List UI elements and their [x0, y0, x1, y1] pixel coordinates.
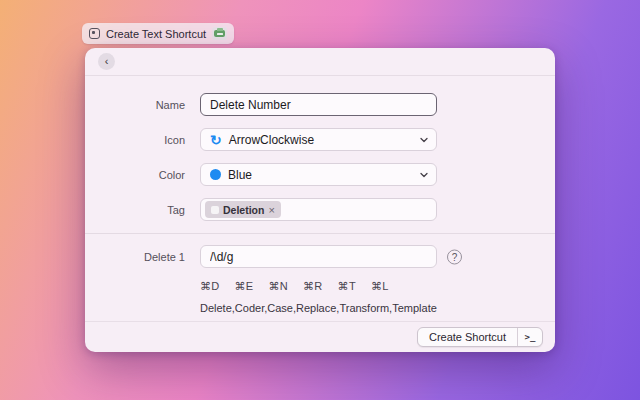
shortcut-hint: ⌘R: [303, 280, 323, 293]
blue-color-swatch: [210, 169, 221, 180]
shortcut-hint: ⌘E: [235, 280, 254, 293]
color-select[interactable]: Blue: [200, 163, 437, 186]
pattern-row: Delete 1 ?: [85, 245, 555, 268]
back-button[interactable]: ‹: [98, 53, 115, 70]
window-header: ‹: [85, 48, 555, 76]
name-row: Name: [85, 93, 555, 116]
icon-select[interactable]: ↻ ArrowClockwise: [200, 128, 437, 151]
create-shortcut-split-button: Create Shortcut >_: [417, 327, 543, 347]
icon-label: Icon: [85, 134, 200, 146]
pattern-input[interactable]: [200, 245, 437, 268]
name-label: Name: [85, 99, 200, 111]
help-button[interactable]: ?: [447, 249, 462, 264]
footer: Create Shortcut >_: [417, 327, 543, 347]
window-tab[interactable]: Create Text Shortcut: [82, 23, 234, 44]
tag-input[interactable]: Deletion ×: [200, 198, 437, 221]
shortcut-form: Name Icon ↻ ArrowClockwise Color: [85, 76, 555, 314]
tag-remove-icon[interactable]: ×: [268, 204, 274, 216]
name-input[interactable]: [200, 93, 437, 116]
icon-select-value: ArrowClockwise: [229, 133, 314, 147]
section-divider: [85, 233, 555, 234]
pattern-label: Delete 1: [85, 251, 200, 263]
tab-title: Create Text Shortcut: [106, 28, 206, 40]
app-window-icon: [89, 28, 100, 39]
terminal-icon[interactable]: >_: [518, 328, 542, 346]
create-shortcut-window: ‹ Name Icon ↻ ArrowClockwise: [85, 48, 555, 352]
footer-divider: [85, 321, 555, 322]
shortcut-hint: ⌘D: [200, 280, 220, 293]
arrow-clockwise-icon: ↻: [210, 133, 222, 147]
tag-row: Tag Deletion ×: [85, 198, 555, 221]
printer-icon[interactable]: [212, 27, 227, 40]
color-row: Color Blue: [85, 163, 555, 186]
shortcut-hints: ⌘D ⌘E ⌘N ⌘R ⌘T ⌘L: [200, 280, 555, 293]
tag-chip: Deletion ×: [205, 201, 281, 218]
tag-label: Tag: [85, 204, 200, 216]
create-shortcut-button[interactable]: Create Shortcut: [418, 328, 517, 346]
shortcut-description: Delete,Coder,Case,Replace,Transform,Temp…: [200, 302, 555, 314]
color-label: Color: [85, 169, 200, 181]
shortcut-hint: ⌘N: [268, 280, 288, 293]
shortcut-hint: ⌘T: [338, 280, 356, 293]
color-select-value: Blue: [228, 168, 252, 182]
shortcut-hint: ⌘L: [371, 280, 389, 293]
tag-chip-icon: [211, 206, 219, 214]
icon-row: Icon ↻ ArrowClockwise: [85, 128, 555, 151]
tag-chip-label: Deletion: [223, 204, 264, 216]
